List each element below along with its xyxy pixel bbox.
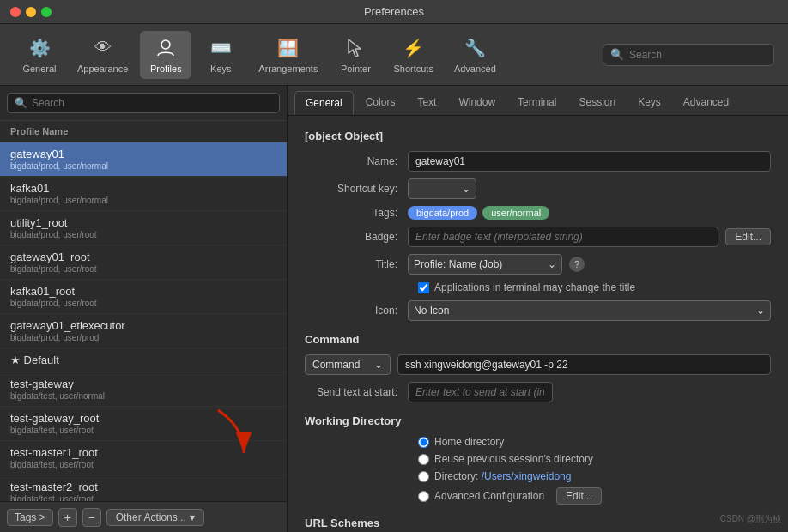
title-checkbox-label[interactable]: Applications in terminal may change the … xyxy=(434,281,635,293)
toolbar-item-arrangements[interactable]: 🪟 Arrangements xyxy=(250,31,326,79)
url-schemes-section: URL Schemes Schemes handled: Select URL … xyxy=(305,517,771,532)
wd-dir-path: /Users/xingweidong xyxy=(482,470,572,482)
wd-dir-label[interactable]: Directory: /Users/xingweidong xyxy=(434,470,571,482)
title-checkbox[interactable] xyxy=(418,282,429,293)
wd-home-row: Home directory xyxy=(418,436,771,448)
tab-general[interactable]: General xyxy=(294,91,354,115)
send-text-control xyxy=(408,382,771,402)
toolbar-item-advanced[interactable]: 🔧 Advanced xyxy=(446,31,505,79)
tags-button[interactable]: Tags > xyxy=(7,509,53,526)
shortcut-key-select[interactable]: ⌄ xyxy=(408,178,476,199)
toolbar-item-appearance[interactable]: 👁 Appearance xyxy=(69,31,136,79)
toolbar-label-advanced: Advanced xyxy=(454,63,496,74)
toolbar-search-box[interactable]: 🔍 xyxy=(603,44,774,66)
add-profile-button[interactable]: + xyxy=(58,508,77,527)
gear-icon: ⚙️ xyxy=(27,36,52,60)
search-icon: 🔍 xyxy=(610,48,624,61)
wd-reuse-label[interactable]: Reuse previous session's directory xyxy=(434,453,593,465)
chevron-down-icon: ⌄ xyxy=(462,183,470,195)
wd-dir-row: Directory: /Users/xingweidong xyxy=(418,470,771,482)
profile-subtitle: bigdata/prod, user/prod xyxy=(10,333,276,342)
remove-profile-button[interactable]: − xyxy=(82,508,101,527)
profile-name: ★ Default xyxy=(10,354,276,366)
tab-session[interactable]: Session xyxy=(568,91,626,115)
profile-subtitle: bigdata/test, user/root xyxy=(10,426,276,435)
badge-container: Edit... xyxy=(408,227,771,247)
title-control: Profile: Name (Job) ⌄ ? xyxy=(408,254,771,275)
minimize-button[interactable] xyxy=(26,7,36,17)
profile-subtitle: bigdata/test, user/root xyxy=(10,460,276,469)
help-button[interactable]: ? xyxy=(569,257,585,272)
profile-name: test-gateway xyxy=(10,378,276,390)
badge-row: Badge: Edit... xyxy=(305,227,771,247)
profile-item-kafka01-root[interactable]: kafka01_root bigdata/prod, user/root xyxy=(0,280,287,314)
profile-name: test-master1_root xyxy=(10,446,276,459)
chevron-down-icon: ⌄ xyxy=(756,305,765,317)
profile-name: kafka01 xyxy=(10,182,276,195)
tab-text[interactable]: Text xyxy=(407,91,446,115)
sidebar-search-box[interactable]: 🔍 xyxy=(7,93,280,113)
pointer-icon xyxy=(343,36,367,60)
send-text-input[interactable] xyxy=(408,382,553,402)
tab-window[interactable]: Window xyxy=(448,91,506,115)
shortcut-key-control: ⌄ xyxy=(408,178,771,199)
tab-colors[interactable]: Colors xyxy=(355,91,406,115)
icon-select[interactable]: No Icon ⌄ xyxy=(408,300,771,321)
profile-name: gateway01 xyxy=(10,148,276,160)
profile-item-gateway01-etlexecutor[interactable]: gateway01_etlexecutor bigdata/prod, user… xyxy=(0,314,287,348)
lightning-icon: ⚡ xyxy=(402,36,426,60)
wd-advanced-label[interactable]: Advanced Configuration xyxy=(434,490,544,502)
tab-keys[interactable]: Keys xyxy=(627,91,671,115)
close-button[interactable] xyxy=(10,7,21,17)
tab-terminal[interactable]: Terminal xyxy=(507,91,567,115)
profile-name: test-gateway_root xyxy=(10,412,276,425)
wd-dir-radio[interactable] xyxy=(418,471,429,482)
other-actions-button[interactable]: Other Actions... ▾ xyxy=(106,509,204,526)
wd-advanced-edit-button[interactable]: Edit... xyxy=(556,487,602,505)
badge-edit-button[interactable]: Edit... xyxy=(725,228,771,245)
wd-home-label[interactable]: Home directory xyxy=(434,436,504,448)
window-title: Preferences xyxy=(364,5,424,18)
profile-item-gateway01[interactable]: gateway01 bigdata/prod, user/normal xyxy=(0,142,287,177)
title-select[interactable]: Profile: Name (Job) ⌄ xyxy=(408,254,562,275)
command-section: Command Command ⌄ Send text at start: xyxy=(305,333,771,402)
wd-reuse-radio[interactable] xyxy=(418,454,429,465)
title-container: Profile: Name (Job) ⌄ ? xyxy=(408,254,771,275)
profile-item-default[interactable]: ★ Default xyxy=(0,348,287,372)
name-input[interactable] xyxy=(408,151,771,172)
badge-input[interactable] xyxy=(408,227,718,247)
profile-item-utility1-root[interactable]: utility1_root bigdata/prod, user/root xyxy=(0,211,287,245)
person-icon xyxy=(154,36,178,60)
wd-advanced-radio[interactable] xyxy=(418,491,429,502)
tag-badge-user[interactable]: user/normal xyxy=(482,206,549,220)
tab-advanced[interactable]: Advanced xyxy=(673,91,739,115)
toolbar-search-input[interactable] xyxy=(629,49,767,61)
icon-label: Icon: xyxy=(305,305,408,317)
profile-item-test-master1-root[interactable]: test-master1_root bigdata/test, user/roo… xyxy=(0,441,287,475)
toolbar-item-general[interactable]: ⚙️ General xyxy=(14,31,65,79)
profile-item-test-master2-root[interactable]: test-master2_root bigdata/test, user/roo… xyxy=(0,475,287,501)
profile-item-gateway01-root[interactable]: gateway01_root bigdata/prod, user/root xyxy=(0,245,287,280)
window-icon: 🪟 xyxy=(276,36,300,60)
tag-badge-bigdata[interactable]: bigdata/prod xyxy=(408,206,477,220)
toolbar-item-profiles[interactable]: Profiles xyxy=(140,31,191,79)
toolbar-item-shortcuts[interactable]: ⚡ Shortcuts xyxy=(385,31,441,79)
wd-reuse-row: Reuse previous session's directory xyxy=(418,453,771,465)
profile-item-kafka01[interactable]: kafka01 bigdata/prod, user/normal xyxy=(0,177,287,211)
profile-item-test-gateway[interactable]: test-gateway bigdata/test, user/normal xyxy=(0,372,287,407)
command-select[interactable]: Command ⌄ xyxy=(305,354,391,375)
send-text-row: Send text at start: xyxy=(305,382,771,402)
profile-name: gateway01_etlexecutor xyxy=(10,319,276,332)
sidebar-search-input[interactable] xyxy=(32,97,272,109)
maximize-button[interactable] xyxy=(41,7,52,17)
profile-item-test-gateway-root[interactable]: test-gateway_root bigdata/test, user/roo… xyxy=(0,407,287,441)
toolbar-label-appearance: Appearance xyxy=(77,63,128,74)
toolbar-item-pointer[interactable]: Pointer xyxy=(330,31,381,79)
command-input[interactable] xyxy=(397,354,771,375)
wd-home-radio[interactable] xyxy=(418,437,429,448)
toolbar-item-keys[interactable]: ⌨️ Keys xyxy=(195,31,246,79)
advanced-icon: 🔧 xyxy=(463,36,487,60)
profile-list: gateway01 bigdata/prod, user/normal kafk… xyxy=(0,142,287,501)
profile-subtitle: bigdata/prod, user/normal xyxy=(10,196,276,205)
shortcut-key-row: Shortcut key: ⌄ xyxy=(305,178,771,199)
